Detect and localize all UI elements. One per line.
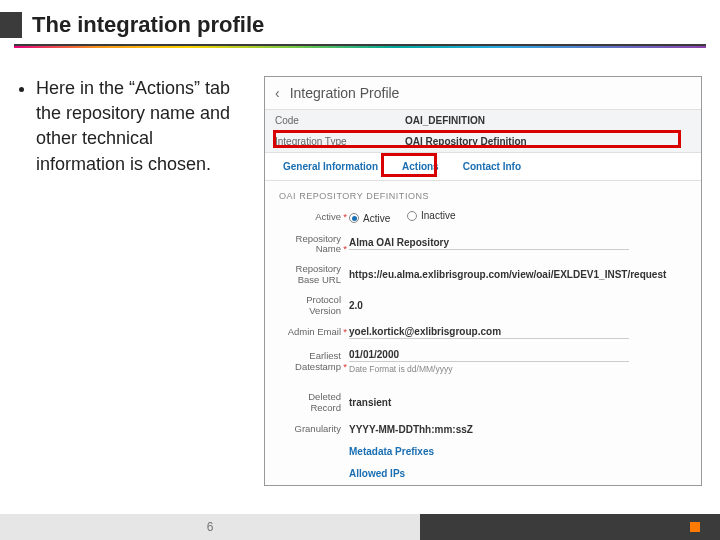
slide-title: The integration profile [32, 12, 264, 38]
repository-name-field[interactable]: Alma OAI Repository [349, 237, 629, 250]
allowed-ips-link[interactable]: Allowed IPs [349, 468, 689, 479]
bullet-item: Here in the “Actions” tab the repository… [36, 76, 246, 177]
deleted-record-value: transient [349, 397, 689, 408]
footer-logo-icon [690, 522, 700, 532]
admin-email-field[interactable]: yoel.kortick@exlibrisgroup.com [349, 326, 629, 339]
page-title: Integration Profile [290, 85, 400, 101]
form-area: Active * Active Inactive Repository Name… [265, 205, 701, 494]
field-label-protocol: Protocol Version [277, 295, 349, 316]
radio-active[interactable]: Active [349, 213, 390, 224]
field-label-granularity: Granularity [277, 424, 349, 434]
radio-dot-icon [349, 213, 359, 223]
tabs-bar: General Information Actions Contact Info [265, 153, 701, 181]
bullet-list: Here in the “Actions” tab the repository… [36, 76, 246, 486]
earliest-datestamp-field[interactable]: 01/01/2000 [349, 349, 629, 362]
summary-code-label: Code [275, 115, 385, 126]
page-number: 6 [207, 520, 214, 534]
highlight-box-actions-tab [381, 153, 437, 177]
title-accent-block [0, 12, 22, 38]
highlight-box-integration-type [273, 130, 681, 148]
field-label-earliest: Earliest Datestamp * [277, 351, 349, 372]
granularity-value: YYYY-MM-DDThh:mm:ssZ [349, 424, 689, 435]
field-label-deleted: Deleted Record [277, 392, 349, 413]
radio-dot-icon [407, 211, 417, 221]
field-label-repo-name: Repository Name * [277, 234, 349, 255]
metadata-prefixes-link[interactable]: Metadata Prefixes [349, 446, 689, 457]
radio-inactive[interactable]: Inactive [407, 210, 455, 221]
protocol-value: 2.0 [349, 300, 689, 311]
date-format-help: Date Format is dd/MM/yyyy [349, 362, 689, 374]
section-heading: OAI REPOSITORY DEFINITIONS [265, 181, 701, 205]
slide-footer: 6 [0, 514, 720, 540]
field-label-base-url: Repository Base URL [277, 264, 349, 285]
field-label-active: Active * [277, 212, 349, 222]
field-label-admin-email: Admin Email * [277, 327, 349, 337]
summary-code-value: OAI_DEFINITION [405, 115, 485, 126]
app-screenshot: ‹ Integration Profile Code OAI_DEFINITIO… [264, 76, 702, 486]
base-url-value: https://eu.alma.exlibrisgroup.com/view/o… [349, 269, 689, 280]
tab-contact[interactable]: Contact Info [451, 153, 533, 180]
tab-general[interactable]: General Information [271, 153, 390, 180]
back-chevron-icon[interactable]: ‹ [275, 85, 280, 101]
slide-title-bar: The integration profile [0, 0, 720, 38]
